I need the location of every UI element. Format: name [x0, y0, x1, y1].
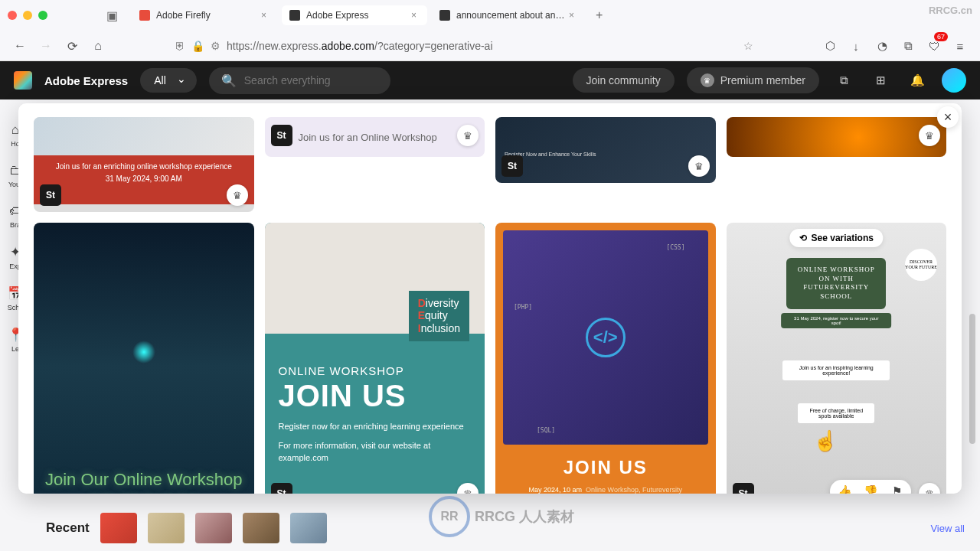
close-overlay-button[interactable]: × — [937, 106, 959, 128]
address-bar: ← → ⟳ ⌂ ⛨ 🔒 ⚙ https://new.express.adobe.… — [0, 31, 980, 61]
adobe-favicon-icon — [439, 10, 450, 21]
new-tab-button[interactable]: + — [588, 5, 610, 25]
back-button[interactable]: ← — [9, 35, 31, 57]
see-variations-label: See variations — [812, 233, 874, 243]
extensions-icon[interactable]: ⧉ — [897, 35, 919, 57]
app-header: Adobe Express All 🔍 Join community ♛ Pre… — [0, 61, 980, 99]
discover-badge: DISCOVER YOUR FUTURE — [905, 249, 937, 281]
template-title: Join Our Online Workshop — [34, 471, 254, 489]
tab-close-icon[interactable]: × — [566, 10, 577, 21]
window-controls — [8, 11, 63, 20]
notifications-icon[interactable]: 🔔 — [905, 68, 929, 93]
code-tag: [CSS] — [666, 244, 684, 251]
account-icon[interactable]: ◔ — [871, 35, 893, 57]
template-card[interactable]: Join Our Online Workshop 31 May 2024, Sa… — [34, 223, 254, 494]
search-icon: 🔍 — [221, 73, 237, 88]
dei-box: DDiversityiversity Equity Inclusion — [409, 291, 469, 341]
template-body: Register now for an enriching learning e… — [279, 421, 472, 432]
recent-thumbnail[interactable] — [148, 513, 185, 543]
search-box[interactable]: 🔍 — [209, 67, 390, 94]
url-path: /?category=generative-ai — [374, 40, 493, 52]
browser-chrome: ▣ Adobe Firefly × Adobe Express × announ… — [0, 0, 980, 61]
template-card[interactable]: DDiversityiversity Equity Inclusion ONLI… — [265, 223, 485, 494]
share-icon[interactable]: ⧉ — [831, 68, 856, 93]
view-all-link[interactable]: View all — [930, 523, 965, 534]
pocket-icon[interactable]: ⬡ — [819, 35, 841, 57]
recent-thumbnail[interactable] — [290, 513, 327, 543]
see-variations-button[interactable]: ⟲ See variations — [790, 229, 883, 247]
variations-icon: ⟲ — [799, 233, 807, 243]
window-minimize[interactable] — [23, 11, 32, 20]
search-input[interactable] — [244, 74, 378, 86]
feedback-actions: 👍 👎 ⚑ — [830, 480, 911, 494]
premium-badge-icon: ♛ — [227, 184, 248, 206]
apps-grid-icon[interactable]: ⊞ — [868, 68, 893, 93]
app-logo-icon[interactable] — [14, 71, 32, 90]
recent-thumbnail[interactable] — [243, 513, 279, 543]
thumbs-down-button[interactable]: 👎 — [862, 483, 879, 494]
template-card[interactable]: Join us for an enriching online workshop… — [34, 117, 254, 212]
container-icon[interactable]: 🛡67 — [923, 35, 945, 57]
code-icon: </> — [586, 318, 626, 357]
template-date: 31 May 2024, 9:00 AM — [41, 174, 247, 183]
template-headline: JOIN US — [279, 379, 472, 413]
lock-icon[interactable]: 🔒 — [191, 40, 204, 52]
window-maximize[interactable] — [38, 11, 47, 20]
url-prefix: https://new.express. — [227, 40, 322, 52]
scrollbar-vertical[interactable] — [969, 314, 975, 444]
template-card[interactable]: Register Now and Enhance Your Skills St … — [495, 117, 716, 183]
downloads-icon[interactable]: ↓ — [845, 35, 867, 57]
recent-thumbnail[interactable] — [195, 513, 232, 543]
express-favicon-icon — [289, 10, 300, 21]
join-community-button[interactable]: Join community — [573, 68, 675, 93]
template-banner: ONLINE WORKSHOP ON WITH FUTUREVERSITY SC… — [786, 258, 886, 309]
bookmark-star-icon[interactable]: ☆ — [743, 40, 753, 52]
premium-label: Premium member — [720, 74, 805, 86]
reload-button[interactable]: ⟳ — [61, 35, 83, 57]
shield-icon[interactable]: ⛨ — [175, 40, 185, 52]
home-button[interactable]: ⌂ — [87, 35, 109, 57]
templates-overlay: × Join us for an enriching online worksh… — [18, 103, 962, 494]
recent-thumbnail[interactable] — [100, 513, 137, 543]
stock-badge-icon: St — [271, 125, 292, 146]
watermark-top-right: RRCG.cn — [929, 5, 972, 16]
template-thumbnail — [34, 117, 254, 155]
filter-dropdown[interactable]: All — [140, 68, 197, 93]
menu-icon[interactable]: ≡ — [949, 35, 971, 57]
tab-close-icon[interactable]: × — [408, 10, 420, 21]
code-tag: [PHP] — [514, 304, 532, 311]
tab-announcement[interactable]: announcement about an upcom × — [432, 5, 585, 25]
url-domain: adobe.com — [322, 40, 374, 52]
stock-badge-icon: St — [733, 483, 754, 494]
window-close[interactable] — [8, 11, 17, 20]
premium-badge-icon: ♛ — [919, 483, 940, 494]
url-text: https://new.express.adobe.com/?category=… — [227, 40, 493, 52]
flag-button[interactable]: ⚑ — [888, 483, 905, 494]
url-bar[interactable]: ⛨ 🔒 ⚙ https://new.express.adobe.com/?cat… — [167, 40, 761, 52]
premium-member-button[interactable]: ♛ Premium member — [687, 67, 819, 93]
sidebar-toggle-icon[interactable]: ▣ — [103, 6, 121, 24]
thumbs-up-button[interactable]: 👍 — [836, 483, 853, 494]
badge-count: 67 — [934, 32, 948, 41]
template-image-area: [CSS] [PHP] [SQL] </> — [503, 230, 708, 445]
template-card[interactable]: [CSS] [PHP] [SQL] </> JOIN US May 2024, … — [495, 223, 716, 494]
tab-firefly[interactable]: Adobe Firefly × — [132, 5, 277, 25]
stock-badge-icon: St — [501, 155, 523, 177]
template-card[interactable]: ♛ — [727, 117, 947, 157]
forward-button[interactable]: → — [35, 35, 57, 57]
template-card-hover[interactable]: ⟲ See variations DISCOVER YOUR FUTURE ON… — [727, 223, 947, 494]
template-card[interactable]: Join us for an Online Workshop St ♛ — [265, 117, 485, 157]
watermark-logo: RR RRCG 人人素材 — [429, 496, 574, 537]
permissions-icon[interactable]: ⚙ — [211, 40, 220, 52]
user-avatar[interactable] — [942, 68, 966, 93]
stock-badge-icon: St — [40, 184, 61, 206]
tab-title: Adobe Firefly — [156, 10, 258, 21]
template-date: May 2024, 10 am Online Workshop, Futurev… — [509, 486, 702, 494]
premium-badge-icon: ♛ — [688, 155, 710, 177]
watermark-text: RRCG 人人素材 — [475, 507, 574, 526]
premium-badge-icon: ♛ — [919, 125, 940, 146]
tab-close-icon[interactable]: × — [258, 10, 270, 21]
tab-express[interactable]: Adobe Express × — [282, 5, 427, 25]
template-text: Join us for an Online Workshop — [299, 132, 437, 143]
recent-label: Recent — [46, 520, 90, 536]
